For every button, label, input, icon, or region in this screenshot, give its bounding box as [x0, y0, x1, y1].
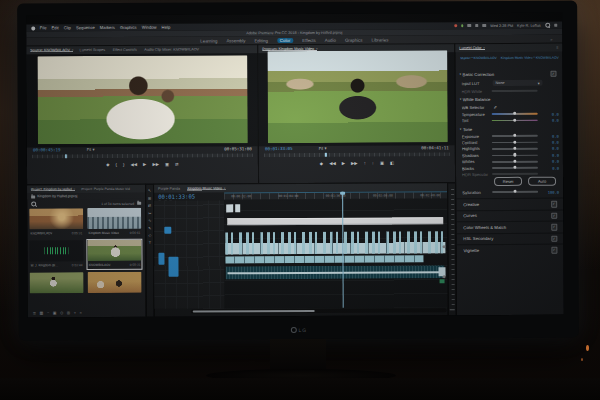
- track-select-tool[interactable]: ⊞: [148, 195, 151, 200]
- audio-clip[interactable]: [226, 265, 445, 279]
- workspace-tab[interactable]: Assembly: [226, 38, 245, 43]
- source-panel-tab[interactable]: Lumetri Scopes: [80, 48, 107, 52]
- slider-thumb[interactable]: [513, 147, 516, 150]
- folder-icon[interactable]: [137, 202, 141, 205]
- timeline-scrollbar-thumb[interactable]: [193, 310, 315, 313]
- slider-value[interactable]: 0.0: [552, 146, 559, 151]
- bluetooth-icon[interactable]: [468, 24, 472, 27]
- clip-thumbnail[interactable]: [88, 272, 142, 293]
- project-tab[interactable]: Project: Kingdom by Hallvd×: [31, 187, 75, 192]
- panel-menu-icon[interactable]: ≡: [556, 46, 558, 50]
- icon-view-button[interactable]: ▦: [40, 310, 44, 315]
- slider-value[interactable]: 0.0: [552, 165, 559, 170]
- program-scrub-thumb[interactable]: [325, 152, 327, 157]
- close-icon[interactable]: ×: [483, 46, 485, 50]
- white-balance-header[interactable]: ▾ White Balance: [456, 96, 563, 103]
- bin-path-label[interactable]: Kingdom by Hallvd.prproj: [37, 194, 77, 198]
- source-patch-v1[interactable]: [158, 253, 164, 265]
- section-checkbox[interactable]: ✓: [551, 235, 558, 242]
- slider-track[interactable]: [492, 191, 538, 193]
- close-icon[interactable]: ×: [73, 187, 75, 191]
- workspace-tab[interactable]: Audio: [325, 38, 336, 43]
- source-scrub-bar[interactable]: [32, 153, 253, 158]
- step-back-button[interactable]: ◀◀: [329, 162, 336, 166]
- section-checkbox[interactable]: ✓: [551, 224, 558, 231]
- export-frame-button[interactable]: ▣: [380, 161, 384, 165]
- selection-tool[interactable]: ↖: [148, 188, 151, 193]
- eyedropper-icon[interactable]: ✎: [493, 105, 498, 108]
- close-icon[interactable]: ×: [71, 48, 73, 52]
- lumetri-clip-label[interactable]: Kingdom Music Video * KNOWBIILAOV: [501, 55, 559, 59]
- source-video-frame[interactable]: [37, 55, 247, 144]
- slider-track[interactable]: [492, 113, 538, 115]
- slider-thumb[interactable]: [513, 141, 516, 144]
- delete-button[interactable]: ×: [80, 310, 82, 315]
- slider-track[interactable]: [492, 167, 538, 169]
- basic-correction-checkbox[interactable]: ✓: [550, 71, 557, 78]
- video-clip-sequence[interactable]: [225, 231, 445, 254]
- section-checkbox[interactable]: ✓: [551, 212, 558, 219]
- workspace-tab[interactable]: Effects: [302, 38, 315, 43]
- slip-tool[interactable]: ∿: [148, 218, 151, 223]
- close-icon[interactable]: ×: [224, 186, 226, 190]
- Kingdom Music Video[interactable]: Kingdom Music Video 0:04:41: [87, 208, 141, 237]
- zoom-slider[interactable]: −: [47, 310, 49, 315]
- workspace-tab[interactable]: Graphics: [345, 38, 363, 43]
- slider-track[interactable]: [492, 135, 538, 137]
- workspace-overflow-icon[interactable]: »: [550, 37, 552, 42]
- workspace-tab[interactable]: Color: [277, 38, 294, 43]
- basic-correction-header[interactable]: ▾ Basic Correction ✓: [455, 71, 562, 78]
- add-marker-button[interactable]: ◆: [106, 163, 109, 167]
- play-button[interactable]: ▶: [342, 162, 345, 166]
- step-forward-button[interactable]: ▶▶: [351, 162, 358, 166]
- sequence-tab[interactable]: Kingdom Music Video×: [187, 186, 225, 191]
- search-icon[interactable]: [31, 201, 36, 206]
- input-lut-select[interactable]: None▾: [493, 80, 543, 86]
- slider-thumb[interactable]: [514, 190, 517, 193]
- slider-thumb[interactable]: [513, 119, 516, 122]
- menubar-user[interactable]: Kyle R. Loftus: [517, 23, 541, 27]
- project-item[interactable]: [88, 272, 142, 301]
- clip-thumbnail[interactable]: [87, 240, 141, 261]
- slider-value[interactable]: 0.0: [552, 118, 559, 123]
- lift-button[interactable]: ↑: [364, 161, 366, 165]
- overwrite-button[interactable]: ⇄: [175, 162, 179, 166]
- battery-icon[interactable]: [483, 24, 487, 27]
- lumetri-tab[interactable]: Lumetri Color×: [459, 46, 485, 51]
- reset-button[interactable]: Reset: [494, 177, 522, 186]
- step-back-button[interactable]: ◀◀: [130, 163, 137, 167]
- play-button[interactable]: ▶: [143, 163, 146, 167]
- slider-thumb[interactable]: [513, 112, 516, 115]
- track-target-v1[interactable]: [168, 257, 178, 277]
- timeline-scrollbar[interactable]: [191, 308, 447, 313]
- spotlight-icon[interactable]: [545, 23, 550, 28]
- source-scrub-thumb[interactable]: [65, 154, 67, 159]
- KNOWBIILAOV[interactable]: KNOWBIILAOV 0:05:31: [29, 208, 83, 237]
- menubar-item[interactable]: File: [40, 25, 47, 30]
- source-panel-tab[interactable]: Audio Clip Mixer: KNOWBIILAOV: [144, 48, 200, 52]
- slider-value[interactable]: 0.0: [552, 111, 559, 116]
- automate-to-sequence-button[interactable]: ▣: [53, 310, 57, 315]
- slider-thumb[interactable]: [513, 153, 516, 156]
- timeline-track-area[interactable]: [224, 199, 448, 308]
- menubar-item[interactable]: Clip: [64, 25, 71, 30]
- ripple-edit-tool[interactable]: ⇄: [148, 203, 151, 208]
- clip-thumbnail[interactable]: [29, 208, 83, 229]
- slider-track[interactable]: [492, 161, 538, 163]
- section-checkbox[interactable]: ✓: [551, 201, 558, 208]
- find-button[interactable]: ⊙: [60, 310, 63, 315]
- scroll-handle[interactable]: [442, 245, 445, 248]
- menubar-item[interactable]: Markers: [100, 25, 115, 30]
- scroll-handle[interactable]: [443, 275, 446, 278]
- clip-thumbnail[interactable]: [87, 208, 141, 229]
- slider-track[interactable]: [492, 148, 538, 150]
- section-checkbox[interactable]: ✓: [551, 247, 558, 254]
- slider-track[interactable]: [492, 142, 538, 144]
- notification-center-icon[interactable]: [554, 24, 558, 27]
- track-target-v2[interactable]: [164, 227, 171, 234]
- menubar-item[interactable]: Graphics: [120, 25, 137, 30]
- clip-thumbnail[interactable]: [29, 240, 83, 261]
- timeline-timecode[interactable]: 00:01:33:05: [158, 193, 195, 199]
- slider-value[interactable]: 0.0: [552, 159, 559, 164]
- slider-value[interactable]: 100.0: [548, 189, 559, 194]
